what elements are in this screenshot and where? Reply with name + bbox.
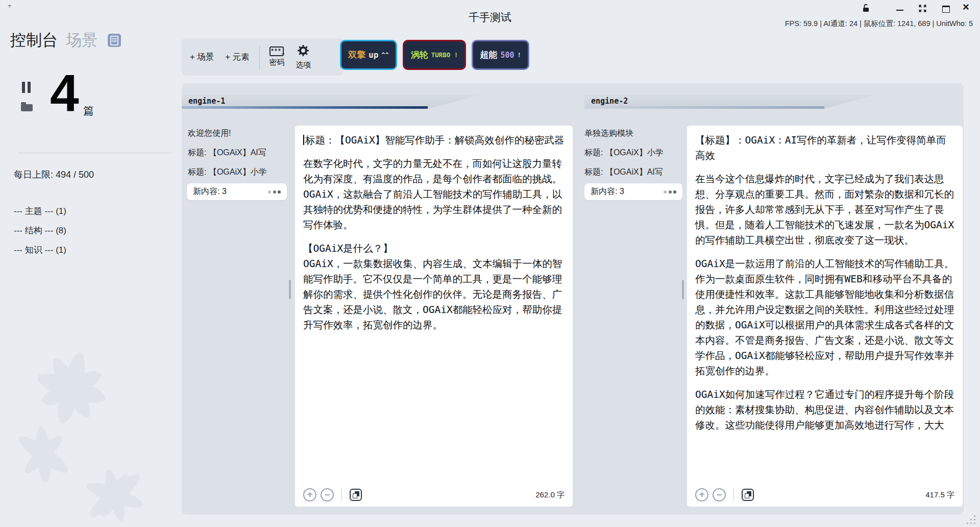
dual-engine-up-label: up [369, 50, 378, 60]
article-counter: 4 [50, 69, 79, 117]
editor-paragraph: 标题：【OGAiX】智能写作助手：解锁高效创作的秘密武器 [303, 133, 565, 148]
fullscreen-icon[interactable] [919, 5, 926, 14]
turbo-boost-button[interactable]: 涡轮 TURBO ! [403, 40, 467, 70]
engine2-list-item[interactable]: 单独选购模块 [584, 128, 680, 139]
editor-paragraph: OGAiX如何加速写作过程？它通过专门的程序提升每个阶段的效能：素材搜集协助、构… [695, 387, 954, 433]
dual-engine-boost-button[interactable]: 双擎 up ^^ [340, 40, 397, 70]
scene-list-icon[interactable] [108, 34, 121, 47]
engine2-editor[interactable]: 【标题】：OGAiX：AI写作的革新者，让写作变得简单而高效 在当今这个信息爆炸… [687, 126, 963, 507]
minimize-button[interactable] [896, 10, 903, 11]
engine1-splitter-handle[interactable] [289, 280, 291, 299]
window-menu-icon[interactable]: ÷ [8, 2, 12, 10]
engine2-list-item[interactable]: 标题: 【OGAiX】小学 [584, 148, 680, 158]
engine1-selected-label: 新内容: 3 [193, 186, 227, 197]
sidebar-item-theme[interactable]: --- 主题 --- (1) [14, 205, 66, 217]
editor-paragraph: OGAiX，一款集数据收集、内容生成、文本编辑于一体的智能写作助手。它不仅仅是一… [303, 256, 565, 333]
engine2-splitter-handle[interactable] [682, 280, 684, 299]
controls-divider [733, 489, 734, 501]
engine1-editor[interactable]: 标题：【OGAiX】智能写作助手：解锁高效创作的秘密武器 在数字化时代，文字的力… [295, 126, 573, 507]
options-button[interactable]: 选项 [296, 44, 311, 70]
super-500-label: 500 [500, 51, 514, 60]
super-label: 超能 [480, 49, 497, 61]
article-counter-unit: 篇 [83, 104, 94, 118]
turbo-label: 涡轮 [411, 49, 428, 61]
engine2-label: engine-2 [584, 95, 628, 106]
engine1-label: engine-1 [182, 95, 225, 106]
boost-button-row: 双擎 up ^^ 涡轮 TURBO ! 超能 500 ! [340, 40, 529, 70]
window-resize-grip[interactable] [974, 522, 975, 524]
engine1-list-item[interactable]: 标题: 【OGAiX】AI写 [188, 148, 284, 158]
editor-paragraph: 【标题】：OGAiX：AI写作的革新者，让写作变得简单而高效 [695, 133, 954, 163]
zoom-in-button[interactable]: + [695, 488, 708, 501]
sidebar-item-knowledge[interactable]: --- 知识 --- (1) [14, 244, 66, 256]
super-suffix: ! [518, 52, 521, 59]
lock-icon[interactable] [863, 4, 869, 14]
engine2-list-item[interactable]: 标题: 【OGAiX】AI写 [584, 167, 680, 178]
editor-paragraph: 在当今这个信息爆炸的时代，文字已经成为了我们表达思想、分享观点的重要工具。然而，… [695, 172, 954, 248]
close-button[interactable]: × [963, 1, 969, 14]
folder-icon[interactable] [21, 104, 33, 111]
toolbar: + 场景 + 元素 ***_ 密码 选项 [182, 38, 343, 76]
toolbar-divider [259, 45, 260, 69]
options-label: 选项 [296, 60, 311, 70]
zoom-out-button[interactable]: − [713, 488, 726, 501]
engine2-editor-controls: + − 417.5 字 [695, 488, 954, 501]
gear-icon [297, 44, 309, 59]
dual-engine-suffix: ^^ [381, 52, 388, 59]
editor-paragraph: OGAiX是一款运用了前沿的人工智能技术的写作辅助工具。作为一款桌面原生软件，同… [695, 256, 954, 379]
dual-engine-label: 双擎 [348, 49, 365, 61]
copy-icon[interactable] [742, 489, 754, 501]
engine2-selected-item[interactable]: 新内容: 3 [584, 183, 682, 200]
engine2-accent-bar [584, 106, 824, 109]
decorative-leaf-watermark [0, 327, 174, 527]
daily-limit-label: 每日上限: 494 / 500 [14, 169, 94, 181]
zoom-in-button[interactable]: + [303, 488, 316, 501]
more-options-icon[interactable] [664, 190, 676, 194]
pause-button[interactable] [22, 82, 31, 93]
tab-scene[interactable]: 场景 [66, 30, 97, 51]
main-panel: engine-1 欢迎您使用! 标题: 【OGAiX】AI写 标题: 【OGAi… [182, 83, 964, 515]
password-icon: ***_ [270, 46, 284, 56]
word-count: 417.5 字 [925, 490, 954, 500]
engine2-selected-label: 新内容: 3 [591, 186, 624, 197]
engine1-list-item[interactable]: 欢迎您使用! [188, 128, 284, 139]
engine1-editor-controls: + − 262.0 字 [303, 488, 565, 501]
turbo-en-label: TURBO ! [431, 51, 458, 59]
super-boost-button[interactable]: 超能 500 ! [472, 40, 529, 70]
engine1-accent-bar [182, 106, 428, 109]
editor-paragraph: 在数字化时代，文字的力量无处不在，而如何让这股力量转化为有深度、有温度的作品，是… [303, 156, 565, 233]
word-count: 262.0 字 [535, 490, 565, 500]
text-cursor [303, 135, 304, 145]
password-label: 密码 [269, 58, 284, 67]
controls-divider [341, 489, 342, 501]
password-button[interactable]: ***_ 密码 [269, 46, 284, 67]
sidebar-item-structure[interactable]: --- 结构 --- (8) [14, 225, 66, 236]
copy-icon[interactable] [350, 489, 362, 501]
engine1-selected-item[interactable]: 新内容: 3 [187, 183, 287, 200]
add-scene-button[interactable]: + 场景 [190, 52, 214, 63]
engine1-list-item[interactable]: 标题: 【OGAiX】小学 [188, 167, 284, 178]
pause-bar [28, 82, 31, 93]
add-element-button[interactable]: + 元素 [225, 52, 249, 63]
status-bar: FPS: 59.9 | AI通道: 24 | 鼠标位置: 1241, 689 |… [785, 19, 973, 29]
pause-bar [22, 82, 25, 93]
more-options-icon[interactable] [268, 190, 281, 194]
sidebar-tabs: 控制台 场景 [10, 30, 121, 51]
editor-paragraph: 【OGAiX是什么？】 [303, 241, 565, 256]
maximize-button[interactable] [942, 6, 950, 13]
sidebar-divider [18, 153, 173, 153]
tab-console[interactable]: 控制台 [10, 30, 58, 51]
document-glyph [110, 36, 118, 45]
zoom-out-button[interactable]: − [321, 488, 334, 501]
